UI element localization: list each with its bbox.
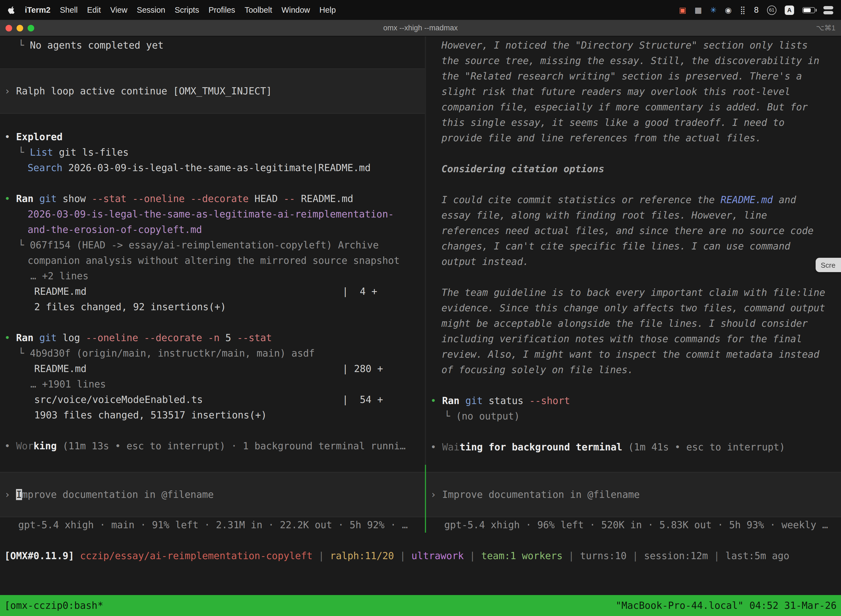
terminal-line: Search 2026-03-09-is-legal-the-same-as-l…	[0, 160, 425, 176]
text-segment: Ran	[16, 332, 34, 343]
pane-divider[interactable]	[425, 37, 426, 532]
apple-logo-icon[interactable]	[8, 6, 15, 14]
disc-icon[interactable]: ◉	[725, 6, 731, 14]
menu-status-icons: ▣▦✳◉⣿861A	[679, 5, 833, 15]
menu-item-window[interactable]: Window	[281, 6, 310, 14]
terminal-line: I could cite commit statistics or refere…	[426, 192, 841, 208]
text-segment: ›	[4, 489, 16, 500]
traffic-lights	[0, 25, 34, 31]
terminal-line	[0, 53, 425, 69]
text-segment: Wor	[16, 440, 34, 452]
terminal-line: of focusing solely on file lines.	[426, 362, 841, 378]
text-segment: ›	[431, 489, 442, 500]
text-segment: output instead.	[441, 256, 529, 267]
text-segment	[34, 193, 39, 204]
text-segment: --stat	[237, 332, 272, 343]
terminal-line: └ No agents completed yet	[0, 38, 425, 53]
gauge-icon[interactable]: 61	[767, 5, 777, 15]
terminal-line: 2026-03-09-is-legal-the-same-as-legitima…	[0, 207, 425, 222]
text-segment: gpt-5.4 xhigh · main · 91% left · 2.31M …	[18, 519, 408, 531]
text-segment: Ralph loop active continue [OMX_TMUX_INJ…	[16, 84, 272, 99]
text-segment: companion analysis without altering the …	[28, 255, 400, 266]
text-segment: git	[39, 332, 57, 343]
ralph-loop-banner: › Ralph loop active continue [OMX_TMUX_I…	[0, 69, 425, 114]
zoom-window-button[interactable]	[28, 25, 34, 31]
window-title: omx --xhigh --madmax	[0, 24, 841, 32]
omx-statusbar: [OMX#0.11.9] cczip/essay/ai-reimplementa…	[0, 548, 841, 563]
text-segment: └ (no output)	[444, 411, 520, 422]
text-segment: including verification notes with those …	[441, 333, 802, 345]
terminal-line: evidence. Since this change only affects…	[426, 300, 841, 316]
terminal-line	[426, 424, 841, 439]
text-segment: status	[483, 395, 529, 406]
menu-item-view[interactable]: View	[110, 6, 127, 14]
text-segment: ultrawork	[412, 550, 464, 561]
menu-item-iterm2[interactable]: iTerm2	[25, 6, 50, 14]
keyboard-layout-icon[interactable]: A	[785, 5, 794, 15]
left-pane: └ No agents completed yet › Ralph loop a…	[0, 37, 425, 532]
left-pane-scroll: └ No agents completed yet › Ralph loop a…	[0, 38, 425, 454]
text-segment: companion file, especially if more comme…	[441, 101, 808, 113]
menu-item-shell[interactable]: Shell	[60, 6, 78, 14]
right-pane-scroll: However, I noticed the "Directory Struct…	[426, 38, 841, 455]
text-segment: --stat --oneline --decorate	[92, 193, 249, 204]
terminal-line: 1903 files changed, 513517 insertions(+)	[0, 407, 425, 423]
text-segment: Ran	[442, 395, 459, 406]
text-segment: team:1 workers	[481, 550, 563, 561]
text-segment: ralph:11/20	[330, 550, 394, 561]
close-window-button[interactable]	[6, 25, 12, 31]
control-center-icon[interactable]	[823, 6, 833, 14]
terminal-line: review. Also, I might want to inspect th…	[426, 347, 841, 362]
text-segment: I could cite commit statistics or refere…	[441, 194, 721, 205]
text-segment: turns:10	[580, 550, 627, 561]
text-segment	[74, 550, 80, 561]
menu-item-help[interactable]: Help	[319, 6, 336, 14]
terminal-line: references need actual files, and since …	[426, 223, 841, 238]
terminal-line: essay file, along with finding root file…	[426, 208, 841, 223]
grid-icon[interactable]: ▦	[694, 6, 702, 14]
right-prompt-input[interactable]: › Improve documentation in @filename	[426, 472, 841, 517]
text-segment: •	[431, 441, 442, 453]
left-prompt-input[interactable]: › Improve documentation in @filename	[0, 472, 425, 517]
text-segment: 2 files changed, 92 insertions(+)	[34, 301, 226, 312]
text-segment: king	[34, 440, 57, 452]
menu-item-profiles[interactable]: Profiles	[209, 6, 235, 14]
text-segment: Considering citation options	[441, 163, 604, 175]
left-model-statusline: gpt-5.4 xhigh · main · 91% left · 2.31M …	[0, 517, 425, 532]
screen-share-overlay-tab[interactable]: Scre	[816, 258, 841, 272]
text-segment: provide file and line references from th…	[441, 132, 761, 144]
menu-item-toolbelt[interactable]: Toolbelt	[245, 6, 272, 14]
terminal-line: └ 4b9d30f (origin/main, instructkr/main,…	[0, 346, 425, 361]
shutter-icon[interactable]: ✳	[710, 6, 716, 14]
terminal-line	[426, 269, 841, 285]
left-pane-bottom: › Improve documentation in @filename gpt…	[0, 472, 425, 532]
text-segment: |	[464, 550, 481, 561]
terminal-line: including verification notes with those …	[426, 331, 841, 347]
tmux-session-label: [omx-cczip0:bash*	[4, 600, 103, 611]
terminal-content: └ No agents completed yet › Ralph loop a…	[0, 37, 841, 616]
text-segment: git	[465, 395, 483, 406]
text-segment: git ls-files	[53, 147, 129, 158]
menu-item-session[interactable]: Session	[137, 6, 165, 14]
menu-item-edit[interactable]: Edit	[87, 6, 101, 14]
text-segment	[459, 395, 465, 406]
text-segment	[34, 332, 39, 343]
text-segment: README.md | 280 +	[34, 363, 383, 374]
text-segment: └	[18, 147, 30, 158]
terminal-line	[426, 177, 841, 192]
terminal-line: … +1901 lines	[0, 377, 425, 392]
record-stop-icon[interactable]: ▣	[679, 6, 686, 14]
dots-grid-icon[interactable]: ⣿	[740, 6, 746, 14]
text-segment: README.md	[721, 194, 773, 205]
terminal-line: README.md | 4 +	[0, 284, 425, 299]
text-segment: log	[57, 332, 86, 343]
text-segment: |	[563, 550, 580, 561]
text-segment: 2026-03-09-is-legal-the-same-as-legitima…	[62, 162, 371, 173]
terminal-line	[0, 423, 425, 438]
text-segment: git	[39, 193, 57, 204]
minimize-window-button[interactable]	[16, 25, 23, 31]
menu-item-scripts[interactable]: Scripts	[175, 6, 199, 14]
text-segment: HEAD	[249, 193, 283, 204]
battery-icon[interactable]	[802, 7, 815, 13]
hook-icon[interactable]: 8	[754, 6, 759, 14]
